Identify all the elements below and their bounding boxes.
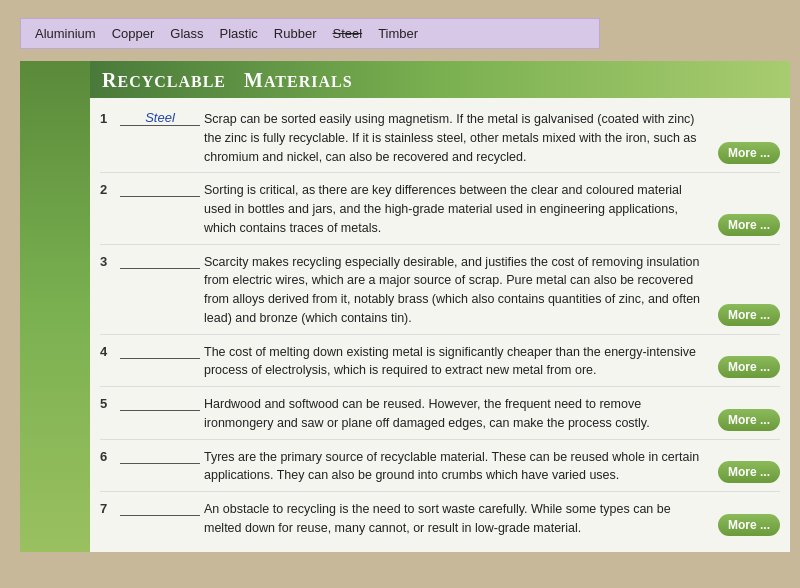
more-button[interactable]: More ... bbox=[718, 514, 780, 536]
item-number: 3 bbox=[100, 254, 116, 269]
item-number: 4 bbox=[100, 344, 116, 359]
blank-input[interactable] bbox=[120, 448, 200, 464]
list-item: 1SteelScrap can be sorted easily using m… bbox=[100, 102, 780, 173]
blank-input[interactable] bbox=[120, 181, 200, 197]
word-box: AluminiumCopperGlassPlasticRubberSteelTi… bbox=[20, 18, 600, 49]
item-number: 6 bbox=[100, 449, 116, 464]
word-item: Glass bbox=[170, 26, 203, 41]
list-item: 3Scarcity makes recycling especially des… bbox=[100, 245, 780, 335]
main-content: RECYCLABLE MATERIALS 1SteelScrap can be … bbox=[90, 61, 790, 552]
list-item: 2Sorting is critical, as there are key d… bbox=[100, 173, 780, 244]
title-materials: MATERIALS bbox=[244, 69, 353, 91]
item-text: Sorting is critical, as there are key di… bbox=[204, 181, 710, 237]
more-button[interactable]: More ... bbox=[718, 214, 780, 236]
list-item: 5Hardwood and softwood can be reused. Ho… bbox=[100, 387, 780, 440]
items-container: 1SteelScrap can be sorted easily using m… bbox=[90, 98, 790, 552]
blank-input[interactable] bbox=[120, 395, 200, 411]
word-item: Rubber bbox=[274, 26, 317, 41]
word-item: Copper bbox=[112, 26, 155, 41]
blank-input[interactable] bbox=[120, 343, 200, 359]
more-button[interactable]: More ... bbox=[718, 304, 780, 326]
item-text: An obstacle to recycling is the need to … bbox=[204, 500, 710, 538]
blank-input[interactable] bbox=[120, 253, 200, 269]
more-button[interactable]: More ... bbox=[718, 356, 780, 378]
page-header: RECYCLABLE MATERIALS bbox=[90, 61, 790, 98]
more-button[interactable]: More ... bbox=[718, 461, 780, 483]
blank-input[interactable] bbox=[120, 500, 200, 516]
list-item: 4The cost of melting down existing metal… bbox=[100, 335, 780, 388]
item-text: Tyres are the primary source of recyclab… bbox=[204, 448, 710, 486]
item-text: The cost of melting down existing metal … bbox=[204, 343, 710, 381]
item-text: Scrap can be sorted easily using magneti… bbox=[204, 110, 710, 166]
word-item: Plastic bbox=[220, 26, 258, 41]
word-item: Aluminium bbox=[35, 26, 96, 41]
side-bar bbox=[20, 61, 90, 552]
word-item: Timber bbox=[378, 26, 418, 41]
list-item: 6Tyres are the primary source of recycla… bbox=[100, 440, 780, 493]
title-recyclable: RECYCLABLE bbox=[102, 69, 226, 91]
more-button[interactable]: More ... bbox=[718, 409, 780, 431]
item-number: 1 bbox=[100, 111, 116, 126]
page-title: RECYCLABLE MATERIALS bbox=[102, 69, 353, 92]
item-number: 2 bbox=[100, 182, 116, 197]
item-number: 5 bbox=[100, 396, 116, 411]
item-text: Scarcity makes recycling especially desi… bbox=[204, 253, 710, 328]
item-text: Hardwood and softwood can be reused. How… bbox=[204, 395, 710, 433]
list-item: 7An obstacle to recycling is the need to… bbox=[100, 492, 780, 544]
more-button[interactable]: More ... bbox=[718, 142, 780, 164]
word-item: Steel bbox=[333, 26, 363, 41]
blank-input[interactable]: Steel bbox=[120, 110, 200, 126]
item-number: 7 bbox=[100, 501, 116, 516]
